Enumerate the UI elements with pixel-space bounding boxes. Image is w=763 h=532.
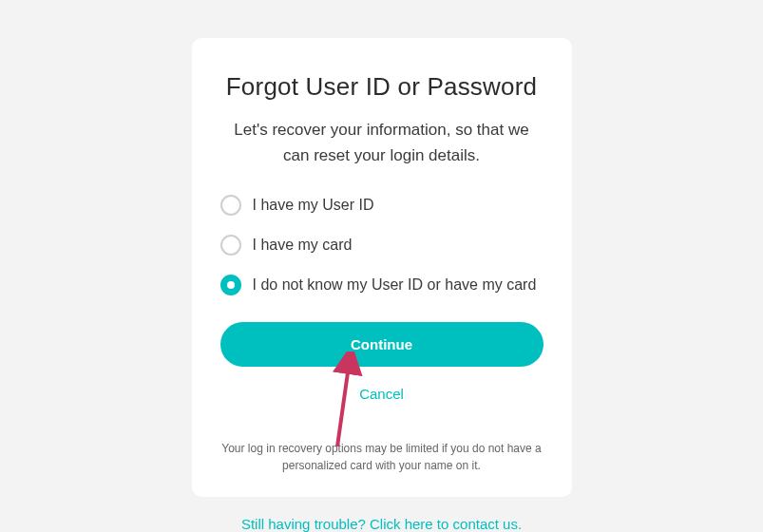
option-have-user-id[interactable]: I have my User ID (220, 195, 544, 216)
radio-icon (220, 235, 241, 256)
recovery-note: Your log in recovery options may be limi… (211, 440, 553, 474)
option-label: I do not know my User ID or have my card (253, 276, 537, 294)
continue-button[interactable]: Continue (220, 322, 544, 367)
page-subtitle: Let's recover your information, so that … (211, 117, 553, 168)
contact-us-link[interactable]: Still having trouble? Click here to cont… (0, 516, 763, 532)
option-have-card[interactable]: I have my card (220, 235, 544, 256)
option-no-id-no-card[interactable]: I do not know my User ID or have my card (220, 275, 544, 295)
cancel-link[interactable]: Cancel (211, 386, 553, 402)
radio-icon (220, 195, 241, 216)
page-title: Forgot User ID or Password (211, 72, 553, 102)
recovery-options: I have my User ID I have my card I do no… (211, 195, 553, 295)
option-label: I have my card (253, 237, 353, 254)
radio-icon (220, 275, 241, 295)
option-label: I have my User ID (253, 197, 374, 214)
recovery-card: Forgot User ID or Password Let's recover… (192, 38, 572, 497)
